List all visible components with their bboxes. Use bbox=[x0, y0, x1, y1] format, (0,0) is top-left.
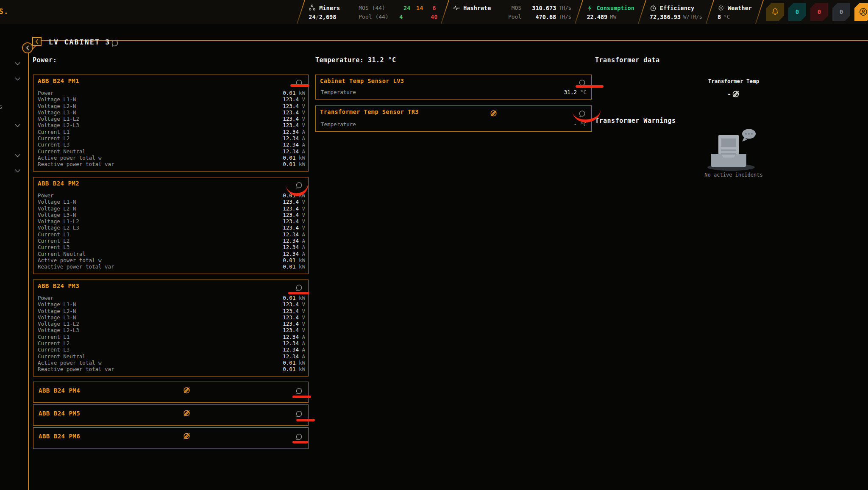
meter-row: Current L312.34 A bbox=[38, 244, 305, 250]
meter-row: Current Neutral12.34 A bbox=[38, 251, 305, 257]
consumption-value: 22.489 bbox=[587, 14, 607, 20]
meter-row: Voltage L3-N123.4 V bbox=[38, 314, 305, 321]
power-meter-title: ABB B24 PM1 bbox=[38, 78, 79, 84]
weather-label: Weather bbox=[728, 5, 752, 11]
sidebar-chevron-down-icon[interactable] bbox=[15, 151, 20, 159]
meter-row: Active power total w0.01 kW bbox=[38, 257, 305, 263]
stat-hashrate[interactable]: Hashrate MOS 310.673 TH/s Pool 470.68 TH… bbox=[446, 0, 578, 24]
comment-icon[interactable] bbox=[295, 387, 303, 395]
temperature-section-heading: Temperature: 31.2 °C bbox=[315, 56, 396, 64]
sidebar-chevron-down-icon[interactable] bbox=[15, 75, 20, 83]
back-button[interactable] bbox=[32, 37, 42, 46]
comment-icon[interactable] bbox=[295, 432, 303, 440]
notifications-button[interactable] bbox=[766, 3, 784, 21]
sidebar-chevron-down-icon[interactable] bbox=[15, 121, 20, 129]
power-meter-title: ABB B24 PM6 bbox=[39, 433, 80, 440]
muted-alerts-button[interactable]: 0 bbox=[832, 3, 850, 21]
stat-consumption[interactable]: Consumption 22.489 MW bbox=[580, 0, 641, 24]
collapse-panel-button[interactable] bbox=[22, 42, 33, 53]
miners-pool-group: Pool (44) bbox=[359, 14, 398, 20]
comment-icon[interactable] bbox=[111, 39, 119, 47]
error-alerts-button[interactable]: 0 bbox=[810, 3, 828, 21]
hashrate-pool-key: Pool bbox=[504, 14, 521, 20]
app-logo[interactable]: S. bbox=[0, 7, 9, 16]
power-meter-card-pm4: ABB B24 PM4 bbox=[33, 382, 309, 403]
transformer-temp-label: Transformer Temp bbox=[678, 78, 789, 84]
meter-row: Active power total w0.01 kW bbox=[38, 155, 305, 161]
efficiency-value: 72,386.93 bbox=[650, 14, 681, 20]
meter-row: Voltage L1-L2123.4 V bbox=[38, 321, 305, 327]
red-annotation-underline bbox=[576, 85, 604, 88]
sidebar-chevron-down-icon[interactable] bbox=[15, 166, 20, 174]
muted-alerts-count: 0 bbox=[840, 8, 843, 15]
meter-row: Voltage L1-L2123.4 V bbox=[38, 116, 305, 122]
miners-pool-error: 40 bbox=[425, 14, 437, 20]
top-bar: S. Miners MOS (44) 24 14 6 24 / 2,698 bbox=[0, 0, 868, 24]
miners-label: Miners bbox=[319, 5, 340, 11]
meter-row: Current L112.34 A bbox=[38, 231, 305, 238]
meter-row: Active power total w0.01 kW bbox=[38, 360, 305, 366]
temp-sensor-title: Cabinet Temp Sensor LV3 bbox=[320, 78, 404, 84]
meter-row: Power0.01 kW bbox=[38, 295, 305, 301]
panel-border-top bbox=[41, 40, 868, 41]
comment-icon[interactable] bbox=[295, 410, 303, 418]
consumption-icon bbox=[587, 5, 593, 11]
bell-icon bbox=[771, 8, 779, 16]
power-meter-card-pm3: ABB B24 PM3 Power0.01 kWVoltage L1-N123.… bbox=[33, 280, 309, 376]
temp-sensor-row: Temperature -°C bbox=[321, 121, 587, 127]
hashrate-mos-value: 310.673 bbox=[521, 5, 556, 11]
stat-weather[interactable]: Weather 8 °C bbox=[711, 0, 759, 24]
sidebar-chevron-down-icon[interactable] bbox=[15, 59, 20, 67]
consumption-label: Consumption bbox=[596, 5, 634, 11]
empty-state-text: No active incidents bbox=[694, 172, 773, 178]
miners-mos-warn: 14 bbox=[410, 5, 423, 11]
meter-row: Power0.01 kW bbox=[38, 90, 305, 96]
hashrate-pool-unit: TH/s bbox=[559, 14, 571, 20]
disconnected-icon bbox=[183, 386, 191, 394]
miners-pool-ok: 4 bbox=[398, 14, 412, 20]
stat-miners[interactable]: Miners MOS (44) 24 14 6 24 / 2,698 Pool … bbox=[302, 0, 444, 24]
weather-icon bbox=[718, 5, 724, 11]
red-annotation-underline bbox=[296, 419, 315, 421]
power-section-heading: Power: bbox=[33, 56, 57, 64]
disconnected-icon bbox=[732, 90, 740, 98]
red-annotation-underline bbox=[288, 292, 309, 294]
page-title: LV CABINET 3 bbox=[49, 38, 111, 46]
comment-icon[interactable] bbox=[295, 283, 303, 291]
hashrate-mos-key: MOS bbox=[504, 5, 521, 11]
temp-sensor-row: Temperature 31.2°C bbox=[321, 89, 587, 95]
miners-mos-error: 6 bbox=[423, 5, 436, 11]
topbar-stats: Miners MOS (44) 24 14 6 24 / 2,698 Pool … bbox=[300, 0, 868, 24]
meter-row: Reactive power total var0.01 kW bbox=[38, 263, 305, 270]
red-annotation-underline bbox=[292, 441, 308, 443]
account-icon bbox=[859, 7, 868, 17]
sidebar-label-fragment: S bbox=[0, 104, 2, 110]
info-alerts-button[interactable]: 0 bbox=[788, 3, 806, 21]
info-alerts-count: 0 bbox=[796, 8, 799, 15]
power-meter-card-pm2: ABB B24 PM2 Power0.01 kWVoltage L1-N123.… bbox=[33, 177, 309, 274]
weather-unit: °C bbox=[723, 14, 730, 20]
miners-mos-ok: 24 bbox=[398, 5, 410, 11]
power-meter-title: ABB B24 PM3 bbox=[38, 282, 79, 289]
stat-efficiency[interactable]: Efficiency 72,386.93 W/TH/s bbox=[643, 0, 709, 24]
miners-icon bbox=[309, 4, 316, 11]
topbar-buttons: 0 0 0 bbox=[760, 0, 868, 24]
meter-rows: Power0.01 kWVoltage L1-N123.4 VVoltage L… bbox=[33, 192, 308, 270]
temp-value: - bbox=[573, 121, 577, 127]
temp-sensor-title: Transformer Temp Sensor TR3 bbox=[320, 108, 419, 115]
power-meter-title: ABB B24 PM2 bbox=[38, 180, 79, 187]
meter-row: Voltage L2-N123.4 V bbox=[38, 205, 305, 212]
error-alerts-count: 0 bbox=[818, 8, 821, 15]
disconnected-icon bbox=[183, 409, 191, 417]
disconnected-icon bbox=[183, 432, 191, 440]
power-meter-card-pm5: ABB B24 PM5 bbox=[33, 404, 309, 426]
temp-label: Temperature bbox=[321, 89, 356, 95]
meter-rows: Power0.01 kWVoltage L1-N123.4 VVoltage L… bbox=[33, 295, 308, 373]
meter-row: Current L112.34 A bbox=[38, 334, 305, 340]
meter-row: Power0.01 kW bbox=[38, 192, 305, 199]
temp-sensor-card-lv3: Cabinet Temp Sensor LV3 Temperature 31.2… bbox=[315, 75, 592, 100]
consumption-unit: MW bbox=[610, 14, 616, 20]
account-button[interactable] bbox=[854, 3, 868, 21]
app-screen: S. Miners MOS (44) 24 14 6 24 / 2,698 bbox=[0, 0, 868, 490]
meter-row: Voltage L1-N123.4 V bbox=[38, 301, 305, 307]
